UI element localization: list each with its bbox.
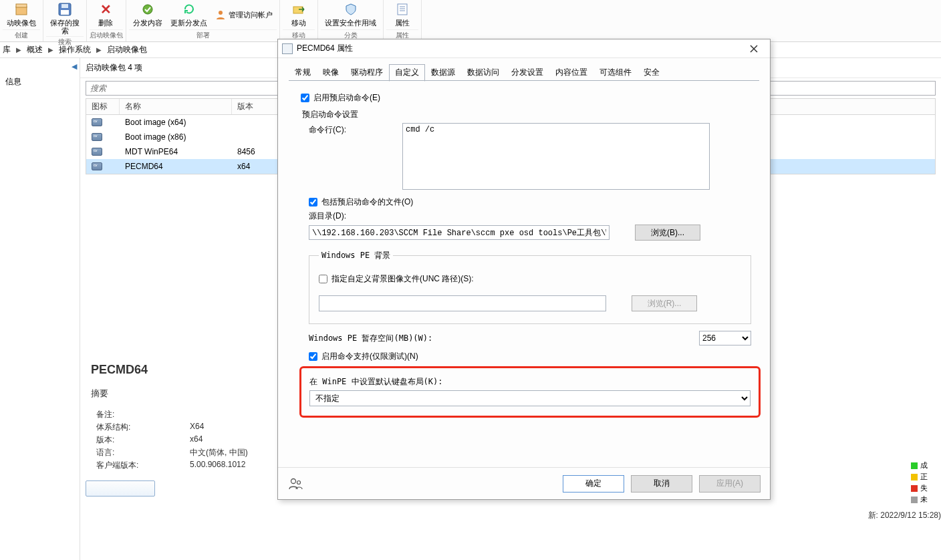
dialog-tab[interactable]: 驱动程序 xyxy=(345,64,389,82)
row-name: Boot image (x64) xyxy=(120,118,232,127)
legend-swatch xyxy=(911,485,918,492)
include-files-label: 包括预启动命令的文件(O) xyxy=(321,196,413,208)
detail-key: 版本: xyxy=(96,434,190,446)
col-name[interactable]: 名称 xyxy=(120,99,232,114)
pe-background-group: Windows PE 背景 指定自定义背景图像文件(UNC 路径)(S): 浏览… xyxy=(309,250,751,324)
left-nav-pane: ◀ 信息 xyxy=(0,58,80,560)
srcdir-label: 源目录(D): xyxy=(309,211,751,222)
legend-item: 成 xyxy=(911,460,941,470)
detail-action-button[interactable] xyxy=(86,480,155,497)
ribbon-manage-access[interactable]: 管理访问帐户 xyxy=(211,0,277,29)
enable-prestart-checkbox[interactable] xyxy=(301,94,309,102)
dialog-tab[interactable]: 分发设置 xyxy=(505,64,549,82)
pe-bg-path-input xyxy=(319,295,606,311)
collapse-left-icon[interactable]: ◀ xyxy=(72,62,77,71)
dialog-footer: 确定 取消 应用(A) xyxy=(278,467,770,499)
enable-cmd-support-checkbox[interactable] xyxy=(309,352,317,361)
enable-prestart-label: 启用预启动命令(E) xyxy=(313,92,380,104)
ribbon-saved-searches[interactable]: 保存的搜 索 xyxy=(46,0,84,36)
ribbon-security-scope[interactable]: 设置安全作用域 xyxy=(321,0,380,29)
legend-label: 成 xyxy=(920,460,928,470)
ribbon-label: 保存的搜 索 xyxy=(50,19,80,35)
srcdir-input[interactable] xyxy=(309,225,610,240)
svg-rect-8 xyxy=(398,4,407,15)
ribbon-properties[interactable]: 属性 xyxy=(386,0,418,29)
row-name: MDT WinPE64 xyxy=(120,147,232,156)
svg-point-13 xyxy=(297,480,301,484)
pe-bg-checkbox[interactable] xyxy=(319,275,327,283)
pe-background-legend: Windows PE 背景 xyxy=(319,250,393,261)
breadcrumb-item[interactable]: 启动映像包 xyxy=(104,44,150,55)
keyboard-layout-select[interactable]: 不指定 xyxy=(309,390,751,406)
dialog-tab[interactable]: 常规 xyxy=(289,64,317,82)
detail-value: x64 xyxy=(190,434,203,446)
col-icon[interactable]: 图标 xyxy=(86,99,120,114)
svg-rect-4 xyxy=(61,4,68,8)
svg-point-12 xyxy=(291,478,296,483)
disk-icon xyxy=(92,118,102,126)
svg-rect-1 xyxy=(16,4,27,7)
disk-icon xyxy=(92,148,102,156)
distribute-icon xyxy=(140,1,156,17)
ribbon-delete[interactable]: ✕ 删除 xyxy=(90,0,122,29)
dialog-tab[interactable]: 数据访问 xyxy=(461,64,505,82)
keyboard-layout-highlight: 在 WinPE 中设置默认键盘布局(K): 不指定 xyxy=(299,366,761,418)
detail-key: 备注: xyxy=(96,409,190,420)
scratch-space-select[interactable]: 256 xyxy=(699,331,751,345)
dialog-body: 启用预启动命令(E) 预启动命令设置 命令行(C): cmd /c 包括预启动命… xyxy=(278,82,770,467)
browse-srcdir-button[interactable]: 浏览(B)... xyxy=(635,225,700,241)
row-icon xyxy=(86,148,120,156)
svg-rect-7 xyxy=(293,7,303,13)
detail-value: 5.00.9068.1012 xyxy=(190,460,245,471)
refresh-icon xyxy=(181,1,197,17)
cancel-button[interactable]: 取消 xyxy=(631,475,692,493)
people-icon[interactable] xyxy=(287,476,303,492)
ribbon-distribute-content[interactable]: 分发内容 xyxy=(129,0,166,29)
dialog-title: PECMD64 属性 xyxy=(297,43,742,54)
ok-button[interactable]: 确定 xyxy=(563,475,624,493)
properties-icon xyxy=(394,1,410,17)
close-button[interactable] xyxy=(742,42,766,55)
include-files-checkbox[interactable] xyxy=(309,198,317,206)
dialog-tab[interactable]: 安全 xyxy=(638,64,666,82)
ribbon-label: 属性 xyxy=(395,19,410,27)
legend-swatch xyxy=(911,462,918,469)
cmdline-textarea[interactable]: cmd /c xyxy=(402,123,710,190)
user-icon xyxy=(215,9,226,20)
leftnav-info[interactable]: 信息 xyxy=(3,71,77,93)
ribbon-update-dp[interactable]: 更新分发点 xyxy=(166,0,211,29)
legend-item: 未 xyxy=(911,495,941,505)
delete-icon: ✕ xyxy=(98,1,114,17)
ribbon-move[interactable]: 移动 xyxy=(283,0,315,29)
ribbon-create-bootimage[interactable]: 动映像包 xyxy=(3,0,40,29)
dialog-tab[interactable]: 自定义 xyxy=(389,64,425,82)
breadcrumb-item[interactable]: 概述 xyxy=(24,44,45,55)
dialog-tab[interactable]: 映像 xyxy=(317,64,345,82)
dialog-icon xyxy=(282,43,293,54)
row-icon xyxy=(86,162,120,170)
dialog-tab[interactable]: 数据源 xyxy=(425,64,461,82)
dialog-tabs: 常规映像驱动程序自定义数据源数据访问分发设置内容位置可选组件安全 xyxy=(278,58,770,81)
enable-cmd-support-label: 启用命令支持(仅限测试)(N) xyxy=(321,351,418,362)
close-icon xyxy=(750,45,758,53)
dialog-tab[interactable]: 内容位置 xyxy=(549,64,593,82)
disk-icon xyxy=(92,162,102,170)
folder-move-icon xyxy=(291,1,307,17)
svg-rect-0 xyxy=(16,7,27,15)
legend-label: 正 xyxy=(920,472,928,482)
dialog-tab[interactable]: 可选组件 xyxy=(593,64,638,82)
ribbon-label: 删除 xyxy=(98,19,113,27)
dialog-titlebar[interactable]: PECMD64 属性 xyxy=(278,39,770,58)
last-update-time: 新: 2022/9/12 15:28) xyxy=(868,510,941,521)
apply-button: 应用(A) xyxy=(699,475,761,493)
legend-item: 失 xyxy=(911,483,941,493)
ribbon-label: 更新分发点 xyxy=(170,19,207,27)
svg-point-5 xyxy=(143,5,152,14)
detail-key: 客户端版本: xyxy=(96,460,190,471)
detail-key: 体系结构: xyxy=(96,422,190,433)
chevron-right-icon: ▶ xyxy=(94,46,104,53)
breadcrumb-item[interactable]: 库 xyxy=(0,44,13,55)
svg-point-6 xyxy=(219,11,223,15)
chevron-right-icon: ▶ xyxy=(13,46,24,53)
ribbon-group-label: 搜索 xyxy=(46,36,84,48)
